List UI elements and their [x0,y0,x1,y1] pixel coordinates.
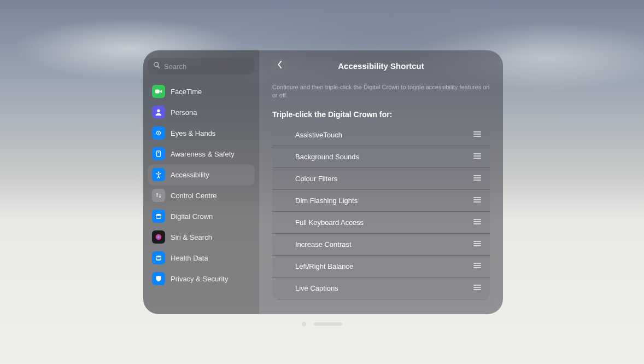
persona-icon [152,106,165,119]
svg-point-6 [158,171,160,173]
pager-bar [314,322,342,326]
section-subhead: Triple-click the Digital Crown for: [272,110,490,119]
options-list[interactable]: AssistiveTouchBackground SoundsColour Fi… [272,124,490,299]
drag-handle-icon[interactable] [473,219,481,226]
svg-rect-4 [157,151,161,157]
sidebar: FaceTimePersonaEyes & HandsAwareness & S… [143,50,259,314]
settings-window: FaceTimePersonaEyes & HandsAwareness & S… [143,50,503,314]
option-label: AssistiveTouch [295,131,342,139]
privacy-icon [152,272,165,285]
search-input[interactable] [164,62,249,71]
svg-point-3 [158,132,160,134]
option-row[interactable]: Dim Flashing Lights [272,190,490,212]
sidebar-item-persona[interactable]: Persona [148,102,255,123]
drag-handle-icon[interactable] [473,263,481,269]
option-row[interactable]: Increase Contrast [272,234,490,256]
sidebar-item-health[interactable]: Health Data [148,247,255,268]
search-field-wrap[interactable] [148,58,255,74]
drag-handle-icon[interactable] [473,131,481,138]
option-row[interactable]: AssistiveTouch [272,124,490,146]
option-label: Colour Filters [295,175,337,183]
sidebar-item-digital-crown[interactable]: Digital Crown [148,206,255,227]
sidebar-item-label: Persona [171,108,197,117]
facetime-icon [152,85,165,98]
header: Accessibility Shortcut [272,58,490,73]
option-label: Full Keyboard Access [295,218,364,227]
svg-point-1 [157,109,160,112]
page-title: Accessibility Shortcut [272,61,490,71]
sidebar-item-facetime[interactable]: FaceTime [148,81,255,102]
sidebar-item-label: Awareness & Safety [171,150,235,158]
svg-rect-0 [155,90,160,94]
sidebar-item-eyes-hands[interactable]: Eyes & Hands [148,123,255,143]
svg-point-5 [158,152,159,153]
drag-handle-icon[interactable] [473,153,481,160]
svg-point-8 [159,196,161,198]
page-description: Configure and then triple-click the Digi… [272,83,490,100]
option-row[interactable]: Full Keyboard Access [272,212,490,234]
siri-icon [152,230,165,244]
sidebar-item-siri[interactable]: Siri & Search [148,227,255,247]
main-content: Accessibility Shortcut Configure and the… [259,50,503,314]
accessibility-icon [152,168,165,181]
sidebar-item-label: Digital Crown [171,212,213,221]
digital-crown-icon [152,210,165,223]
sidebar-item-label: Control Centre [171,192,217,200]
awareness-icon [152,147,165,160]
pager-indicator[interactable] [302,322,342,326]
drag-handle-icon[interactable] [473,197,481,204]
drag-handle-icon[interactable] [473,175,481,182]
sidebar-item-accessibility[interactable]: Accessibility [148,164,255,185]
option-row[interactable]: Live Captions [272,278,490,299]
drag-handle-icon[interactable] [473,285,481,291]
svg-point-11 [156,256,161,258]
sidebar-item-awareness[interactable]: Awareness & Safety [148,143,255,164]
pager-dot [302,322,306,326]
sidebar-item-label: FaceTime [171,88,202,96]
option-row[interactable]: Left/Right Balance [272,256,490,278]
option-row[interactable]: Background Sounds [272,146,490,168]
option-label: Increase Contrast [295,240,352,249]
option-label: Left/Right Balance [295,262,353,270]
svg-point-10 [156,234,162,240]
sidebar-item-label: Health Data [171,254,208,262]
sidebar-item-label: Accessibility [171,171,209,179]
drag-handle-icon[interactable] [473,241,481,247]
sidebar-item-control-centre[interactable]: Control Centre [148,185,255,206]
option-label: Live Captions [295,284,338,292]
health-icon [152,251,165,264]
sidebar-item-label: Privacy & Security [171,275,228,283]
sidebar-item-label: Eyes & Hands [171,129,215,137]
chevron-left-icon [277,61,283,71]
svg-point-7 [156,193,158,195]
svg-point-9 [156,214,161,216]
sidebar-item-label: Siri & Search [171,233,212,241]
back-button[interactable] [272,58,288,73]
eyes-hands-icon [152,126,165,140]
control-centre-icon [152,189,165,202]
option-row[interactable]: Colour Filters [272,168,490,190]
sidebar-item-privacy[interactable]: Privacy & Security [148,268,255,289]
option-label: Dim Flashing Lights [295,197,358,205]
option-label: Background Sounds [295,153,359,161]
search-icon [153,61,161,71]
